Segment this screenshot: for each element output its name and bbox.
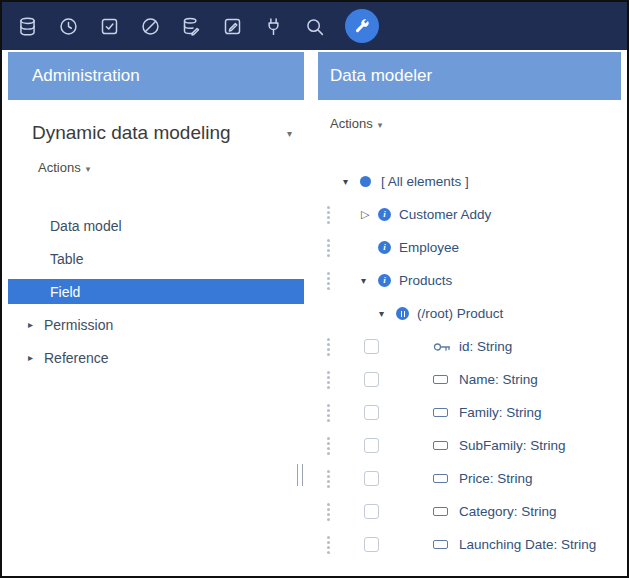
indent-spacer [338, 346, 364, 347]
drag-handle-icon[interactable] [327, 404, 330, 407]
field-icon [433, 441, 455, 450]
drag-handle-icon[interactable] [327, 338, 330, 341]
admin-actions-menu[interactable]: Actions▾ [8, 144, 90, 175]
drag-handle-icon[interactable] [327, 206, 330, 209]
field-icon [433, 474, 455, 483]
drag-handle-icon[interactable] [327, 470, 330, 473]
indent-spacer [379, 511, 433, 512]
expander-expanded-icon[interactable]: ▾ [361, 275, 378, 286]
expander-expanded-icon[interactable]: ▾ [343, 176, 360, 187]
indent-spacer [379, 544, 433, 545]
tree-row-family-string[interactable]: Family: String [318, 396, 621, 429]
handle-slot [318, 246, 338, 249]
tree-item-label: SubFamily: String [459, 438, 566, 453]
panel-resize-handle[interactable] [297, 464, 303, 486]
indent-spacer [379, 478, 433, 479]
tree-item-label: (/root) Product [417, 306, 503, 321]
collapse-arrow-icon[interactable]: ▸ [28, 352, 38, 363]
administration-panel-title: Administration [32, 66, 140, 86]
modeler-actions-label: Actions [330, 116, 373, 131]
panels-area: Administration Dynamic data modeling ▾ A… [2, 50, 627, 576]
field-checkbox[interactable] [364, 471, 379, 486]
tree-row-root-product[interactable]: ▾(/root) Product [318, 297, 621, 330]
handle-slot [318, 477, 338, 480]
info-badge-icon: i [378, 274, 395, 287]
task-check-icon[interactable] [98, 15, 120, 37]
admin-nav-list: Data modelTableField▸Permission▸Referenc… [8, 213, 304, 370]
administration-panel: Administration Dynamic data modeling ▾ A… [8, 52, 304, 576]
database-edit-icon[interactable] [180, 15, 202, 37]
indent-spacer [338, 544, 364, 545]
tree-item-label: Launching Date: String [459, 537, 596, 552]
tree-item-label: Name: String [459, 372, 538, 387]
drag-handle-icon[interactable] [327, 272, 330, 275]
dropdown-caret-icon: ▾ [86, 164, 91, 174]
data-modeler-panel-body: Actions▾ ▾[ All elements ]▷iCustomer Add… [318, 100, 621, 576]
info-badge-icon: i [378, 208, 395, 221]
sidebar-item-permission[interactable]: ▸Permission [8, 312, 304, 337]
tree-row-all-elements[interactable]: ▾[ All elements ] [318, 165, 621, 198]
tree-row-category-string[interactable]: Category: String [318, 495, 621, 528]
drag-handle-icon[interactable] [327, 239, 330, 242]
title-dropdown-caret-icon[interactable]: ▾ [287, 128, 292, 139]
sidebar-item-data-model[interactable]: Data model [8, 213, 304, 238]
plug-icon[interactable] [262, 15, 284, 37]
sidebar-item-field[interactable]: Field [8, 279, 304, 304]
tree-item-label: Price: String [459, 471, 533, 486]
app-window: Administration Dynamic data modeling ▾ A… [0, 0, 629, 578]
indent-spacer [379, 445, 433, 446]
wrench-icon[interactable] [345, 9, 379, 43]
handle-slot [318, 510, 338, 513]
sidebar-item-label: Data model [50, 218, 122, 234]
field-checkbox[interactable] [364, 339, 379, 354]
handle-slot [318, 411, 338, 414]
expander-expanded-icon[interactable]: ▾ [379, 308, 396, 319]
indent-spacer [338, 313, 379, 314]
tree-row-customer-addy[interactable]: ▷iCustomer Addy [318, 198, 621, 231]
tree-item-label: Products [399, 273, 452, 288]
tree-item-label: id: String [459, 339, 512, 354]
handle-slot [318, 345, 338, 348]
field-checkbox[interactable] [364, 405, 379, 420]
tree-row-launching-date-string[interactable]: Launching Date: String [318, 528, 621, 561]
field-icon [433, 507, 455, 516]
tree-row-price-string[interactable]: Price: String [318, 462, 621, 495]
search-icon[interactable] [303, 15, 325, 37]
tree-item-label: Customer Addy [399, 207, 491, 222]
field-checkbox[interactable] [364, 537, 379, 552]
drag-handle-icon[interactable] [327, 371, 330, 374]
field-checkbox[interactable] [364, 438, 379, 453]
indent-spacer [338, 445, 364, 446]
modeler-actions-menu[interactable]: Actions▾ [318, 100, 382, 131]
dropdown-caret-icon: ▾ [378, 120, 383, 130]
drag-handle-icon[interactable] [327, 503, 330, 506]
field-checkbox[interactable] [364, 372, 379, 387]
drag-handle-icon[interactable] [327, 437, 330, 440]
tree-row-id-string[interactable]: id: String [318, 330, 621, 363]
tree-row-subfamily-string[interactable]: SubFamily: String [318, 429, 621, 462]
slash-circle-icon[interactable] [139, 15, 161, 37]
expander-collapsed-icon[interactable]: ▷ [361, 208, 378, 221]
field-checkbox[interactable] [364, 504, 379, 519]
administration-panel-body: Dynamic data modeling ▾ Actions▾ Data mo… [8, 100, 304, 576]
clock-icon[interactable] [57, 15, 79, 37]
handle-slot [318, 444, 338, 447]
page-title: Dynamic data modeling [32, 122, 287, 144]
sidebar-item-table[interactable]: Table [8, 246, 304, 271]
tree-row-name-string[interactable]: Name: String [318, 363, 621, 396]
key-icon [433, 341, 455, 353]
admin-actions-label: Actions [38, 160, 81, 175]
database-icon[interactable] [16, 15, 38, 37]
collapse-arrow-icon[interactable]: ▸ [28, 319, 38, 330]
data-modeler-panel-header: Data modeler [318, 52, 621, 100]
tree-row-products[interactable]: ▾iProducts [318, 264, 621, 297]
indent-spacer [338, 379, 364, 380]
info-badge-icon: i [378, 241, 395, 254]
drag-handle-icon[interactable] [327, 536, 330, 539]
data-modeler-panel-title: Data modeler [330, 66, 432, 86]
tree-row-employee[interactable]: iEmployee [318, 231, 621, 264]
sidebar-item-reference[interactable]: ▸Reference [8, 345, 304, 370]
data-modeler-panel: Data modeler Actions▾ ▾[ All elements ]▷… [318, 52, 621, 576]
handle-slot [318, 378, 338, 381]
edit-check-icon[interactable] [221, 15, 243, 37]
